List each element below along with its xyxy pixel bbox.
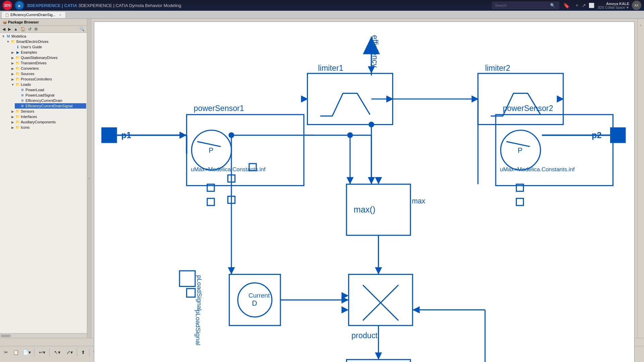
- search-input[interactable]: [495, 3, 549, 7]
- folder-icon-td: 📁: [15, 61, 20, 65]
- search-box[interactable]: 🔍: [492, 2, 559, 9]
- diagram-canvas[interactable]: p1 p2 n1 n2 efficiency efficiency pLoadS…: [94, 21, 635, 362]
- tree-item-efficiencycurrentdrainsignal[interactable]: ⊞ EfficiencyCurrentDrainSignal: [15, 103, 86, 109]
- nav-refresh[interactable]: ↺: [27, 26, 33, 32]
- tab-icon: 📋: [5, 13, 9, 17]
- pkg-icon: M: [6, 34, 11, 39]
- share-icon[interactable]: ↗: [581, 2, 587, 9]
- toolbar-group-export: ⬆: [78, 348, 88, 357]
- connect-button[interactable]: ⤢▾: [63, 348, 75, 357]
- folder-icon-smarted: 📁: [11, 39, 15, 44]
- active-tab[interactable]: 📋 EfficiencyCurrentDrainSig... ＋: [1, 11, 66, 18]
- svg-text:pLoadSignal: pLoadSignal: [195, 310, 202, 345]
- svg-text:P: P: [518, 146, 523, 154]
- scrollbar-thumb: [1, 335, 11, 337]
- sep3: [77, 348, 77, 356]
- folder-icon-conv: 📁: [15, 66, 20, 71]
- svg-text:powerSensor2: powerSensor2: [503, 104, 553, 113]
- export-button[interactable]: ⬆: [78, 348, 88, 357]
- paste-button[interactable]: 📄▾: [21, 348, 33, 357]
- tree-item-sources[interactable]: ▶ 📁 Sources: [10, 71, 86, 76]
- tree-item-powerloadsignal[interactable]: ⊞ PowerLoadSignal: [15, 93, 86, 98]
- copy-button[interactable]: 📋: [11, 348, 20, 357]
- left-panel: 📦 Package Browser ◀ ▶ ▲ 🏠 ↺ ⚙ 🔍 ▼ M Mode…: [0, 19, 87, 338]
- user-info: Ameya KALE 3DS Collab Space ▼: [598, 2, 629, 9]
- info-icon: ℹ: [15, 45, 20, 49]
- comp-icon-ecd: ⊞: [20, 98, 25, 103]
- folder-icon-icons: 📁: [15, 125, 20, 130]
- comp-icon-ecds: ⊞: [20, 104, 25, 108]
- tree-item-quasistationary[interactable]: ▶ 📁 QuasiStationaryDrives: [10, 55, 86, 60]
- panel-toolbar: ◀ ▶ ▲ 🏠 ↺ ⚙ 🔍: [0, 26, 87, 33]
- folder-icon-pc: 📁: [15, 77, 20, 81]
- folder-icon-loads: 📁: [15, 82, 20, 87]
- catia-icon: ▶: [15, 1, 24, 10]
- panel-collapse-handle[interactable]: ‹: [87, 19, 91, 338]
- right-edge-handle[interactable]: ›: [640, 23, 641, 27]
- expander-modelica: ▼: [1, 35, 5, 38]
- svg-text:max(): max(): [354, 205, 375, 214]
- svg-text:P: P: [209, 146, 213, 154]
- tab-add[interactable]: ＋: [58, 12, 62, 17]
- nav-forward[interactable]: ▶: [7, 26, 12, 32]
- canvas-area: p1 p2 n1 n2 efficiency efficiency pLoadS…: [91, 19, 637, 338]
- bookmark-icon[interactable]: 🔖: [562, 1, 571, 10]
- toolbar-group-select: ↖▾ ⤢▾: [51, 348, 75, 357]
- svg-text:uMax=Modelica.Constants.inf: uMax=Modelica.Constants.inf: [191, 166, 266, 173]
- tree-item-examples[interactable]: ▶ ▶ Examples: [10, 50, 86, 55]
- toolbar-group-edit: ✂ 📋 📄▾: [1, 348, 33, 357]
- tree-view: ▼ M Modelica ▼ 📁 SmartElectricDrives ℹ U…: [0, 33, 87, 333]
- folder-icon-qs: 📁: [15, 55, 20, 60]
- tree-item-smarted[interactable]: ▼ 📁 SmartElectricDrives: [5, 39, 86, 44]
- add-icon[interactable]: ＋: [574, 2, 580, 9]
- nav-back[interactable]: ◀: [1, 26, 6, 32]
- sep2: [49, 348, 50, 356]
- svg-text:▶: ▶: [18, 4, 21, 7]
- tree-item-usersguide[interactable]: ℹ User's Guide: [10, 44, 86, 50]
- panel-icon: 📦: [3, 20, 7, 24]
- maximize-icon[interactable]: ⬜: [588, 2, 595, 9]
- tree-item-powerload[interactable]: ⊞ PowerLoad: [15, 87, 86, 93]
- cut-button[interactable]: ✂: [1, 348, 11, 357]
- svg-text:D: D: [252, 299, 257, 307]
- search-icon: 🔍: [550, 3, 555, 8]
- topbar: 3DS ▶ 3DEXPERIENCE | CATIA 3DEXPERIENCE …: [0, 0, 644, 11]
- right-edge-panel: ›: [637, 19, 644, 338]
- tab-label: EfficiencyCurrentDrainSig...: [10, 13, 56, 17]
- search-toggle[interactable]: 🔍: [78, 26, 86, 32]
- avatar[interactable]: AK: [632, 1, 641, 10]
- tree-item-efficiencycurrentdrain[interactable]: ⊞ EfficiencyCurrentDrain: [15, 98, 86, 103]
- panel-scrollbar[interactable]: [0, 333, 87, 338]
- panel-title: Package Browser: [8, 20, 39, 24]
- select-button[interactable]: ↖▾: [51, 348, 63, 357]
- comp-icon-pls: ⊞: [20, 93, 25, 98]
- comp-icon-pl: ⊞: [20, 87, 25, 92]
- tree-item-loads[interactable]: ▼ 📁 Loads: [10, 82, 86, 87]
- toolbar-group-undo: ↩▾: [36, 348, 48, 357]
- tree-item-modelica[interactable]: ▼ M Modelica: [1, 34, 86, 39]
- tree-item-transient[interactable]: ▶ 📁 TransientDrives: [10, 60, 86, 66]
- tree-item-interfaces[interactable]: ▶ 📁 Interfaces: [10, 114, 86, 119]
- folder-icon-aux: 📁: [15, 120, 20, 124]
- tree-item-sensors[interactable]: ▶ 📁 Sensors: [10, 109, 86, 114]
- folder-icon-iface: 📁: [15, 114, 20, 119]
- nav-home[interactable]: 🏠: [19, 26, 26, 32]
- svg-text:max: max: [412, 197, 425, 205]
- tree-item-converters[interactable]: ▶ 📁 Converters: [10, 66, 86, 71]
- nav-up[interactable]: ▲: [13, 26, 19, 32]
- sep1: [34, 348, 35, 356]
- tree-item-processcontrollers[interactable]: ▶ 📁 ProcessControllers: [10, 76, 86, 82]
- run-icon: ▶: [15, 50, 20, 55]
- tree-item-icons[interactable]: ▶ 📁 Icons: [10, 125, 86, 130]
- p1-port: [101, 127, 117, 143]
- app-title: 3DEXPERIENCE | CATIA 3DEXPERIENCE | CATI…: [27, 3, 489, 8]
- undo-button[interactable]: ↩▾: [36, 348, 48, 357]
- topbar-icons: ＋ ↗ ⬜: [574, 2, 595, 9]
- sep4: [89, 348, 90, 356]
- nav-filter[interactable]: ⚙: [33, 26, 39, 32]
- svg-point-90: [228, 132, 234, 138]
- tree-item-auxiliary[interactable]: ▶ 📁 AuxiliaryComponents: [10, 119, 86, 125]
- svg-text:powerSensor1: powerSensor1: [194, 104, 244, 113]
- folder-icon-sens: 📁: [15, 109, 20, 114]
- folder-icon-src: 📁: [15, 71, 20, 76]
